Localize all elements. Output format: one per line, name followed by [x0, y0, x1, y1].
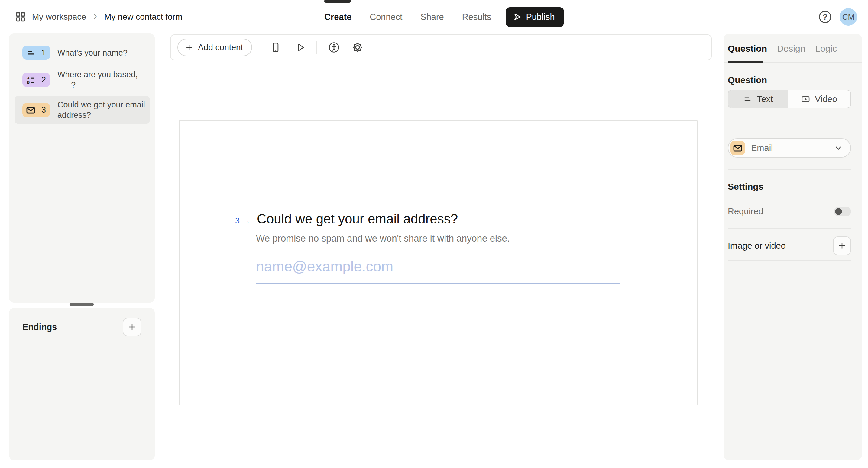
question-type-dropdown[interactable]: Email — [728, 138, 851, 158]
panel-resize-handle[interactable] — [69, 303, 94, 306]
inspector-tabs: Question Design Logic — [728, 43, 837, 54]
section-divider — [728, 169, 851, 170]
question-3-badge: 3 — [22, 103, 50, 117]
required-label: Required — [728, 206, 764, 216]
svg-text:A: A — [27, 75, 30, 80]
section-divider — [728, 260, 851, 261]
question-type-label: Email — [751, 143, 773, 153]
question-item-3[interactable]: 3 Could we get your email address? — [14, 96, 150, 124]
question-section-heading: Question — [728, 75, 767, 85]
settings-gear-icon[interactable] — [352, 42, 363, 53]
form-builder-app: My workspace › My new contact form Creat… — [0, 0, 868, 468]
breadcrumb-separator: › — [92, 10, 98, 23]
add-ending-button[interactable] — [123, 317, 142, 336]
endings-panel: Endings — [9, 308, 155, 460]
toggle-knob — [835, 208, 842, 215]
publish-label: Publish — [526, 12, 555, 22]
question-number: 3 — [235, 216, 240, 226]
accessibility-icon[interactable] — [328, 42, 340, 53]
endings-header: Endings — [9, 308, 155, 336]
publish-icon — [513, 12, 522, 22]
question-media-segmented-control: Text Video — [728, 90, 851, 108]
endings-title: Endings — [22, 322, 57, 332]
segment-text[interactable]: Text — [728, 90, 787, 108]
canvas-toolbar: Add content — [170, 34, 712, 60]
plus-icon — [127, 322, 137, 332]
top-bar: My workspace › My new contact form Creat… — [0, 0, 868, 34]
toolbar-divider — [259, 41, 259, 54]
breadcrumb-workspace-link[interactable]: My workspace — [32, 12, 86, 22]
question-2-label: Where are you based, ___? — [57, 69, 146, 90]
tab-share[interactable]: Share — [421, 12, 444, 22]
question-3-label: Could we get your email address? — [57, 100, 146, 120]
header-right: ? CM — [819, 0, 857, 34]
plus-icon — [185, 43, 194, 52]
question-3-number: 3 — [41, 105, 46, 115]
breadcrumb: My workspace › My new contact form — [15, 0, 182, 34]
multiple-choice-icon: A B — [26, 75, 35, 85]
device-preview-icon[interactable] — [270, 42, 281, 53]
tab-create[interactable]: Create — [324, 12, 351, 22]
segment-video-label: Video — [815, 94, 837, 104]
add-media-button[interactable] — [833, 236, 851, 255]
question-arrow-icon: → — [242, 215, 251, 226]
question-item-1[interactable]: 1 What's your name? — [14, 42, 150, 64]
tab-question[interactable]: Question — [728, 43, 767, 54]
active-tab-indicator — [728, 61, 764, 63]
required-toggle[interactable] — [834, 207, 851, 216]
question-title[interactable]: Could we get your email address? — [257, 211, 458, 227]
chevron-down-icon — [834, 143, 843, 153]
question-1-badge: 1 — [22, 45, 50, 60]
plus-icon — [837, 241, 847, 251]
video-icon — [801, 95, 810, 104]
add-content-button[interactable]: Add content — [178, 39, 252, 56]
image-or-video-label: Image or video — [728, 241, 786, 251]
segment-video[interactable]: Video — [787, 90, 850, 108]
publish-button[interactable]: Publish — [506, 7, 564, 27]
toolbar-divider — [316, 41, 317, 54]
question-1-number: 1 — [41, 48, 46, 57]
question-heading-row: 3 → Could we get your email address? — [235, 211, 458, 227]
question-item-2[interactable]: A B 2 Where are you based, ___? — [14, 66, 150, 94]
question-list-panel: 1 What's your name? A B 2 Where are you … — [9, 33, 155, 303]
question-2-badge: A B 2 — [22, 73, 50, 87]
email-icon — [733, 143, 743, 153]
add-content-label: Add content — [198, 42, 243, 52]
settings-section-heading: Settings — [728, 181, 764, 192]
question-list: 1 What's your name? A B 2 Where are you … — [9, 33, 155, 124]
email-answer-input[interactable]: name@example.com — [256, 258, 620, 283]
short-text-icon — [743, 95, 752, 104]
section-divider — [728, 228, 851, 229]
help-icon[interactable]: ? — [819, 11, 831, 23]
required-setting-row: Required — [728, 205, 851, 218]
inspector-panel: Question Design Logic Question Text Vide… — [723, 34, 862, 460]
preview-play-icon[interactable] — [295, 42, 306, 53]
email-type-badge — [731, 141, 745, 155]
breadcrumb-form-name[interactable]: My new contact form — [104, 12, 182, 22]
avatar[interactable]: CM — [840, 8, 857, 26]
main-nav: Create Connect Share Results Publish — [324, 0, 564, 34]
tab-results[interactable]: Results — [462, 12, 491, 22]
question-description[interactable]: We promise no spam and we won't share it… — [256, 233, 509, 244]
question-canvas: 3 → Could we get your email address? We … — [179, 120, 698, 405]
svg-text:B: B — [27, 80, 30, 85]
email-icon — [26, 105, 35, 115]
tab-design[interactable]: Design — [777, 43, 805, 54]
tab-logic[interactable]: Logic — [815, 43, 837, 54]
question-2-number: 2 — [41, 75, 46, 85]
question-1-label: What's your name? — [57, 48, 128, 58]
short-text-icon — [26, 48, 35, 57]
workspace-grid-icon — [15, 11, 26, 22]
image-or-video-row: Image or video — [728, 236, 851, 256]
tab-connect[interactable]: Connect — [370, 12, 402, 22]
segment-text-label: Text — [757, 94, 773, 104]
